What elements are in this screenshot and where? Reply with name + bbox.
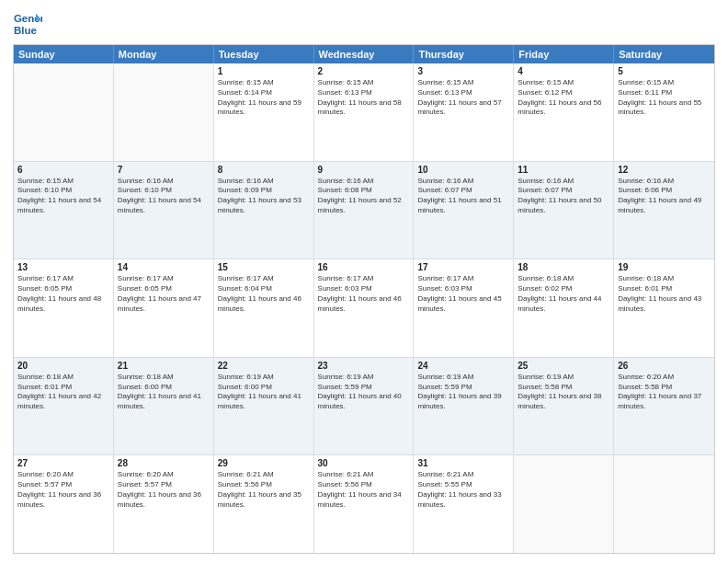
day-cell-23: 23Sunrise: 6:19 AM Sunset: 5:59 PM Dayli…	[314, 358, 415, 455]
day-header-wednesday: Wednesday	[314, 45, 415, 63]
cell-info: Sunrise: 6:15 AM Sunset: 6:12 PM Dayligh…	[518, 78, 609, 118]
calendar-row-5: 27Sunrise: 6:20 AM Sunset: 5:57 PM Dayli…	[14, 455, 714, 553]
cell-info: Sunrise: 6:21 AM Sunset: 5:55 PM Dayligh…	[417, 470, 509, 510]
calendar-row-1: 1Sunrise: 6:15 AM Sunset: 6:14 PM Daylig…	[14, 63, 714, 162]
cell-date-number: 9	[318, 165, 410, 175]
empty-cell	[14, 63, 114, 161]
day-cell-30: 30Sunrise: 6:21 AM Sunset: 5:56 PM Dayli…	[314, 455, 415, 553]
day-cell-11: 11Sunrise: 6:16 AM Sunset: 6:07 PM Dayli…	[514, 162, 614, 259]
cell-info: Sunrise: 6:17 AM Sunset: 6:03 PM Dayligh…	[417, 274, 509, 314]
day-cell-17: 17Sunrise: 6:17 AM Sunset: 6:03 PM Dayli…	[414, 259, 514, 357]
day-header-monday: Monday	[114, 45, 214, 63]
day-cell-24: 24Sunrise: 6:19 AM Sunset: 5:59 PM Dayli…	[414, 358, 514, 455]
cell-info: Sunrise: 6:18 AM Sunset: 6:02 PM Dayligh…	[518, 274, 609, 314]
day-header-thursday: Thursday	[414, 45, 514, 63]
cell-date-number: 5	[618, 66, 711, 76]
day-header-friday: Friday	[514, 45, 614, 63]
cell-date-number: 20	[17, 361, 109, 371]
cell-info: Sunrise: 6:16 AM Sunset: 6:10 PM Dayligh…	[118, 177, 210, 216]
cell-info: Sunrise: 6:19 AM Sunset: 5:59 PM Dayligh…	[318, 373, 410, 412]
cell-date-number: 1	[218, 66, 310, 76]
day-cell-14: 14Sunrise: 6:17 AM Sunset: 6:05 PM Dayli…	[114, 259, 214, 357]
cell-info: Sunrise: 6:16 AM Sunset: 6:08 PM Dayligh…	[318, 177, 410, 216]
cell-date-number: 18	[518, 262, 609, 272]
svg-text:Blue: Blue	[14, 25, 38, 36]
cell-info: Sunrise: 6:15 AM Sunset: 6:13 PM Dayligh…	[318, 78, 410, 118]
cell-date-number: 13	[17, 262, 109, 272]
cell-info: Sunrise: 6:17 AM Sunset: 6:04 PM Dayligh…	[218, 274, 310, 314]
cell-info: Sunrise: 6:16 AM Sunset: 6:09 PM Dayligh…	[218, 177, 310, 216]
day-cell-2: 2Sunrise: 6:15 AM Sunset: 6:13 PM Daylig…	[314, 63, 415, 161]
cell-date-number: 11	[518, 165, 609, 175]
day-cell-8: 8Sunrise: 6:16 AM Sunset: 6:09 PM Daylig…	[214, 162, 314, 259]
day-cell-4: 4Sunrise: 6:15 AM Sunset: 6:12 PM Daylig…	[514, 63, 614, 161]
cell-date-number: 7	[118, 165, 210, 175]
cell-date-number: 29	[218, 458, 310, 468]
logo: General Blue	[13, 9, 42, 39]
cell-info: Sunrise: 6:20 AM Sunset: 5:58 PM Dayligh…	[618, 373, 711, 412]
cell-date-number: 26	[618, 361, 711, 371]
cell-date-number: 15	[218, 262, 310, 272]
day-cell-1: 1Sunrise: 6:15 AM Sunset: 6:14 PM Daylig…	[214, 63, 314, 161]
cell-info: Sunrise: 6:21 AM Sunset: 5:56 PM Dayligh…	[318, 470, 410, 510]
cell-date-number: 17	[417, 262, 509, 272]
cell-info: Sunrise: 6:18 AM Sunset: 6:00 PM Dayligh…	[118, 373, 210, 412]
cell-date-number: 27	[17, 458, 109, 468]
cell-date-number: 19	[618, 262, 711, 272]
day-cell-25: 25Sunrise: 6:19 AM Sunset: 5:58 PM Dayli…	[514, 358, 614, 455]
cell-date-number: 14	[118, 262, 210, 272]
cell-date-number: 6	[17, 165, 109, 175]
cell-info: Sunrise: 6:16 AM Sunset: 6:07 PM Dayligh…	[518, 177, 609, 216]
cell-info: Sunrise: 6:19 AM Sunset: 6:00 PM Dayligh…	[218, 373, 310, 412]
logo-icon: General Blue	[13, 9, 42, 39]
day-cell-31: 31Sunrise: 6:21 AM Sunset: 5:55 PM Dayli…	[414, 455, 514, 553]
cell-date-number: 16	[318, 262, 410, 272]
day-header-saturday: Saturday	[614, 45, 714, 63]
day-cell-15: 15Sunrise: 6:17 AM Sunset: 6:04 PM Dayli…	[214, 259, 314, 357]
cell-info: Sunrise: 6:18 AM Sunset: 6:01 PM Dayligh…	[618, 274, 711, 314]
cell-date-number: 30	[318, 458, 410, 468]
day-cell-20: 20Sunrise: 6:18 AM Sunset: 6:01 PM Dayli…	[14, 358, 114, 455]
calendar: SundayMondayTuesdayWednesdayThursdayFrid…	[13, 44, 715, 554]
day-cell-28: 28Sunrise: 6:20 AM Sunset: 5:57 PM Dayli…	[114, 455, 214, 553]
cell-info: Sunrise: 6:15 AM Sunset: 6:14 PM Dayligh…	[218, 78, 310, 118]
day-cell-12: 12Sunrise: 6:16 AM Sunset: 6:06 PM Dayli…	[614, 162, 714, 259]
day-cell-9: 9Sunrise: 6:16 AM Sunset: 6:08 PM Daylig…	[314, 162, 415, 259]
page: General Blue SundayMondayTuesdayWednesda…	[0, 0, 728, 563]
cell-date-number: 24	[417, 361, 509, 371]
cell-date-number: 31	[417, 458, 509, 468]
calendar-body: 1Sunrise: 6:15 AM Sunset: 6:14 PM Daylig…	[14, 63, 714, 553]
day-cell-6: 6Sunrise: 6:15 AM Sunset: 6:10 PM Daylig…	[14, 162, 114, 259]
cell-date-number: 4	[518, 66, 609, 76]
day-cell-26: 26Sunrise: 6:20 AM Sunset: 5:58 PM Dayli…	[614, 358, 714, 455]
cell-date-number: 8	[218, 165, 310, 175]
cell-date-number: 22	[218, 361, 310, 371]
cell-info: Sunrise: 6:15 AM Sunset: 6:11 PM Dayligh…	[618, 78, 711, 118]
day-cell-22: 22Sunrise: 6:19 AM Sunset: 6:00 PM Dayli…	[214, 358, 314, 455]
cell-date-number: 2	[318, 66, 410, 76]
cell-date-number: 21	[118, 361, 210, 371]
day-cell-16: 16Sunrise: 6:17 AM Sunset: 6:03 PM Dayli…	[314, 259, 415, 357]
cell-date-number: 23	[318, 361, 410, 371]
cell-date-number: 28	[118, 458, 210, 468]
day-cell-5: 5Sunrise: 6:15 AM Sunset: 6:11 PM Daylig…	[614, 63, 714, 161]
day-header-sunday: Sunday	[14, 45, 114, 63]
day-header-tuesday: Tuesday	[214, 45, 314, 63]
day-cell-10: 10Sunrise: 6:16 AM Sunset: 6:07 PM Dayli…	[414, 162, 514, 259]
calendar-row-4: 20Sunrise: 6:18 AM Sunset: 6:01 PM Dayli…	[14, 358, 714, 456]
calendar-header: SundayMondayTuesdayWednesdayThursdayFrid…	[14, 45, 714, 63]
cell-info: Sunrise: 6:15 AM Sunset: 6:13 PM Dayligh…	[417, 78, 509, 118]
cell-date-number: 12	[618, 165, 711, 175]
calendar-row-2: 6Sunrise: 6:15 AM Sunset: 6:10 PM Daylig…	[14, 162, 714, 260]
cell-info: Sunrise: 6:15 AM Sunset: 6:10 PM Dayligh…	[17, 177, 109, 216]
day-cell-18: 18Sunrise: 6:18 AM Sunset: 6:02 PM Dayli…	[514, 259, 614, 357]
day-cell-13: 13Sunrise: 6:17 AM Sunset: 6:05 PM Dayli…	[14, 259, 114, 357]
cell-info: Sunrise: 6:20 AM Sunset: 5:57 PM Dayligh…	[118, 470, 210, 510]
header: General Blue	[13, 9, 715, 39]
empty-cell	[514, 455, 614, 553]
cell-info: Sunrise: 6:17 AM Sunset: 6:05 PM Dayligh…	[17, 274, 109, 314]
cell-info: Sunrise: 6:20 AM Sunset: 5:57 PM Dayligh…	[17, 470, 109, 510]
cell-date-number: 25	[518, 361, 609, 371]
empty-cell	[114, 63, 214, 161]
empty-cell	[614, 455, 714, 553]
